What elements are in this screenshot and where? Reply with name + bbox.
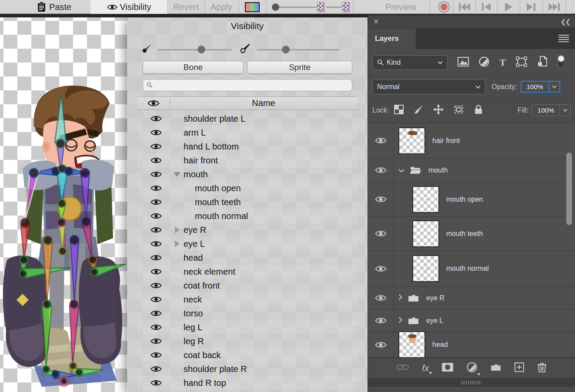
visibility-eye-toggle[interactable] — [144, 115, 169, 122]
sprite-opacity-slider[interactable] — [257, 49, 339, 50]
opacity-field[interactable]: 100% — [521, 81, 560, 93]
vis-row[interactable]: hand R top — [137, 376, 357, 390]
lock-transparency-icon[interactable] — [394, 105, 404, 116]
layer-thumbnail[interactable] — [412, 186, 439, 213]
visibility-eye-toggle[interactable] — [144, 338, 169, 345]
blend-mode-dropdown[interactable]: Normal — [372, 80, 485, 94]
layer-visibility-toggle[interactable] — [368, 332, 394, 357]
visibility-eye-toggle[interactable] — [144, 254, 169, 261]
bone-opacity-knob[interactable] — [197, 46, 205, 53]
vis-row[interactable]: coat back — [137, 348, 357, 362]
chevron-down-icon[interactable] — [548, 82, 559, 92]
vis-row[interactable]: mouth — [137, 167, 357, 181]
layer-thumbnail[interactable] — [412, 255, 439, 282]
group-chevron-right-icon[interactable] — [398, 317, 402, 325]
play-button[interactable] — [497, 0, 520, 14]
new-adjustment-icon[interactable] — [467, 362, 477, 375]
vis-row[interactable]: head — [137, 251, 357, 265]
vis-row[interactable]: leg R — [137, 334, 357, 348]
vis-row[interactable]: shoulder plate R — [137, 362, 357, 376]
visibility-eye-toggle[interactable] — [144, 282, 169, 289]
layer-row[interactable]: mouth normal — [368, 251, 575, 287]
previous-frame-button[interactable] — [475, 0, 497, 14]
vis-row[interactable]: leg L — [137, 320, 357, 334]
lock-paint-icon[interactable] — [413, 104, 424, 116]
onion-frame-chip-1[interactable] — [317, 2, 324, 12]
vis-row[interactable]: hand L bottom — [137, 140, 357, 153]
fill-field[interactable]: 100% — [532, 104, 571, 116]
tab-sprite[interactable]: Sprite — [247, 61, 352, 74]
layer-row[interactable]: mouth teeth — [368, 217, 575, 251]
lock-all-icon[interactable] — [474, 104, 483, 116]
expander-closed-icon[interactable] — [175, 226, 180, 233]
lock-artboard-icon[interactable] — [453, 104, 465, 116]
layer-visibility-toggle[interactable] — [368, 309, 394, 332]
vis-row[interactable]: shoulder plate L — [137, 112, 357, 126]
type-layer-filter-icon[interactable]: T — [500, 57, 506, 68]
apply-button[interactable]: Apply — [204, 0, 238, 14]
revert-button[interactable]: Revert — [167, 0, 204, 14]
bone-opacity-slider[interactable] — [158, 49, 232, 50]
vis-row[interactable]: hair front — [137, 153, 357, 167]
new-group-icon[interactable] — [490, 363, 501, 373]
name-column-header[interactable]: Name — [170, 98, 357, 108]
visibility-eye-toggle[interactable] — [144, 185, 169, 192]
visibility-eye-toggle[interactable] — [144, 379, 169, 386]
shape-layer-filter-icon[interactable] — [516, 56, 527, 69]
visibility-eye-toggle[interactable] — [144, 199, 169, 206]
layers-scrollbar[interactable] — [566, 153, 572, 225]
record-button[interactable] — [435, 0, 453, 14]
vis-row[interactable]: mouth normal — [137, 209, 357, 223]
layer-row[interactable]: eye R — [368, 287, 575, 309]
layer-visibility-toggle[interactable] — [368, 287, 394, 309]
visibility-eye-toggle[interactable] — [144, 268, 169, 275]
visibility-eye-toggle[interactable] — [144, 213, 169, 219]
paste-button[interactable]: Paste — [26, 0, 83, 14]
visibility-eye-toggle[interactable] — [144, 324, 169, 331]
panel-resize-grip[interactable] — [368, 378, 575, 387]
filter-toggle-switch[interactable] — [557, 55, 565, 70]
vis-row[interactable]: mouth open — [137, 181, 357, 195]
vis-row[interactable]: coat front — [137, 279, 357, 292]
vis-row[interactable]: arm L — [137, 126, 357, 140]
visibility-eye-toggle[interactable] — [144, 129, 169, 136]
tab-bone[interactable]: Bone — [143, 61, 244, 74]
vis-row[interactable]: torso — [137, 306, 357, 320]
layer-row[interactable]: eye L — [368, 309, 575, 332]
visibility-eye-toggle[interactable] — [144, 310, 169, 317]
layer-row[interactable]: head — [368, 332, 575, 358]
visibility-eye-toggle[interactable] — [144, 296, 169, 303]
onion-skin-handle[interactable] — [272, 3, 279, 11]
collapse-icon[interactable]: ❮❮ — [561, 18, 570, 26]
visibility-eye-toggle[interactable] — [144, 240, 169, 247]
visibility-eye-toggle[interactable] — [144, 171, 169, 178]
preview-button[interactable]: Preview — [372, 0, 430, 14]
layer-row[interactable]: mouth open — [368, 182, 575, 217]
search-input[interactable] — [143, 79, 352, 91]
new-layer-icon[interactable] — [515, 362, 524, 374]
delete-layer-icon[interactable] — [538, 362, 546, 374]
vis-row[interactable]: eye L — [137, 237, 357, 251]
layer-visibility-toggle[interactable] — [368, 182, 394, 216]
layer-thumbnail[interactable] — [412, 220, 439, 247]
layer-visibility-toggle[interactable] — [368, 123, 394, 158]
skip-to-start-button[interactable] — [453, 0, 475, 14]
layer-visibility-toggle[interactable] — [368, 251, 394, 286]
link-layers-icon[interactable] — [397, 364, 409, 372]
layer-thumbnail[interactable] — [398, 331, 425, 358]
visibility-eye-toggle[interactable] — [144, 157, 169, 164]
visibility-eye-toggle[interactable] — [144, 365, 169, 372]
vis-row[interactable]: eye R — [137, 223, 357, 237]
expander-open-icon[interactable] — [174, 172, 181, 177]
group-chevron-right-icon[interactable] — [398, 294, 402, 302]
add-mask-icon[interactable] — [442, 363, 453, 373]
vis-row[interactable]: neck element — [137, 265, 357, 279]
layer-effects-icon[interactable]: fx — [422, 363, 429, 373]
sprite-opacity-knob[interactable] — [282, 46, 290, 53]
visibility-tool-tab[interactable]: Visibility — [90, 0, 167, 14]
lock-position-icon[interactable] — [433, 104, 444, 116]
color-swatch-button[interactable] — [238, 0, 266, 14]
skip-to-end-button[interactable] — [542, 0, 565, 14]
visibility-eye-toggle[interactable] — [144, 226, 169, 233]
adjustment-layer-filter-icon[interactable] — [479, 56, 489, 69]
